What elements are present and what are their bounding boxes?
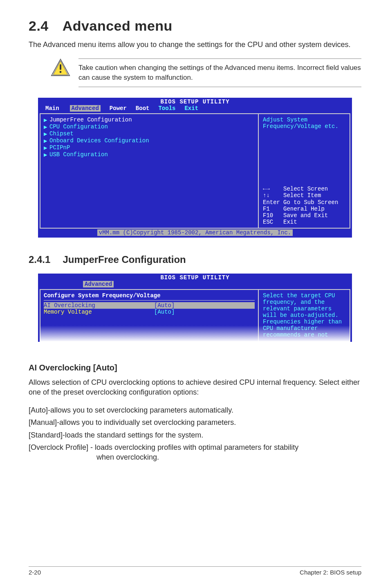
subsection-text: JumperFree Configuration [63, 254, 186, 265]
bios-key-legend: ←→Select Screen ↑↓Select Item EnterGo to… [263, 186, 345, 225]
bios-help-text: Adjust System Frequency/Voltage etc. [263, 117, 345, 130]
bios-tab-boot: Boot [136, 105, 159, 112]
triangle-icon: ▶ [44, 117, 49, 123]
bios-tab-bar: Advanced [38, 281, 352, 289]
bios-header-title: BIOS SETUP UTILITY [160, 99, 229, 105]
triangle-icon: ▶ [44, 144, 49, 151]
bios-left-pane: Configure System Frequency/Voltage AI Ov… [40, 290, 258, 342]
section-title: 2.4Advanced menu [29, 18, 361, 34]
bios-tab-tools: Tools [158, 105, 184, 112]
section-lead: The Advanced menu items allow you to cha… [29, 40, 361, 49]
bios-footer: vMM.mm (C)Copyright 1985-2002, American … [38, 229, 352, 238]
bios-header-title: BIOS SETUP UTILITY [160, 274, 229, 281]
bios-screenshot-jumperfree: BIOS SETUP UTILITY Advanced Configure Sy… [38, 274, 352, 342]
section-number: 2.4 [29, 18, 49, 34]
option-item-manual: [Manual] - allows you to individually se… [29, 417, 361, 427]
bios-tab-advanced: Advanced [70, 105, 101, 112]
bios-help-text: Select the target CPU frequency, and the… [263, 292, 345, 339]
triangle-icon: ▶ [44, 123, 49, 130]
bios-tab-exit: Exit [184, 105, 207, 112]
page-footer: 2-20 Chapter 2: BIOS setup [29, 569, 361, 576]
option-heading: AI Overclocking [Auto] [29, 363, 361, 373]
bios-tab-bar: Main Advanced Power Boot Tools Exit [38, 105, 352, 113]
chapter-label: Chapter 2: BIOS setup [300, 569, 361, 576]
bios-tab-advanced: Advanced [83, 281, 114, 287]
section-title-text: Advanced menu [63, 18, 173, 34]
bios-item-pcipnp: ▶PCIPnP [44, 144, 255, 151]
option-item-standard: [Standard] - loads the standard settings… [29, 430, 361, 440]
bios-item-usb: ▶USB Configuration [44, 151, 255, 158]
option-list: [Auto] - allows you to set overclocking … [29, 405, 361, 462]
bios-item-onboard: ▶Onboard Devices Configuration [44, 137, 255, 144]
option-item-auto: [Auto] - allows you to set overclocking … [29, 405, 361, 415]
caution-box: Take caution when changing the settings … [51, 58, 361, 87]
bios-tab-main: Main [45, 105, 70, 112]
caution-text: Take caution when changing the settings … [78, 58, 361, 87]
triangle-icon: ▶ [44, 151, 49, 158]
bios-right-pane: Select the target CPU frequency, and the… [258, 290, 350, 342]
bios-field-memory-voltage: Memory Voltage[Auto] [44, 309, 255, 315]
svg-rect-2 [60, 64, 61, 70]
bios-item-cpu: ▶CPU Configuration [44, 123, 255, 130]
option-item-overclock-profile: [Overclock Profile] - loads overclocking… [29, 442, 361, 462]
caution-icon [51, 58, 70, 78]
bios-tab-power: Power [110, 105, 136, 112]
subsection-title: 2.4.1JumperFree Configuration [29, 254, 361, 265]
triangle-icon: ▶ [44, 137, 49, 144]
bios-screenshot-advanced-menu: BIOS SETUP UTILITY Main Advanced Power B… [38, 98, 352, 238]
bios-item-chipset: ▶Chipset [44, 130, 255, 137]
svg-point-3 [60, 71, 62, 73]
option-lead: Allows selection of CPU overclocking opt… [29, 377, 361, 397]
bios-right-pane: Adjust System Frequency/Voltage etc. ←→S… [258, 114, 350, 229]
bios-item-jumperfree: ▶JumperFree Configuration [44, 117, 255, 123]
page-number: 2-20 [29, 569, 41, 576]
triangle-icon: ▶ [44, 130, 49, 137]
bios-left-pane: ▶JumperFree Configuration ▶CPU Configura… [40, 114, 258, 229]
bios-field-ai-overclocking: AI Overclocking[Auto] [44, 302, 255, 309]
bios-section-head: Configure System Frequency/Voltage [44, 292, 255, 301]
subsection-number: 2.4.1 [29, 254, 50, 265]
